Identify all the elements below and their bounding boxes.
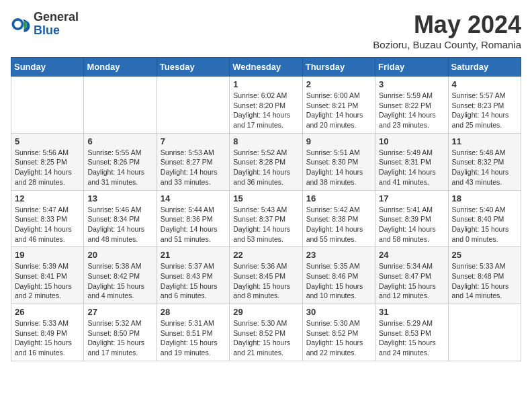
day-info: Sunrise: 5:35 AMSunset: 8:46 PMDaylight:…	[306, 261, 371, 301]
calendar-cell: 18Sunrise: 5:40 AMSunset: 8:40 PMDayligh…	[448, 190, 521, 247]
calendar-week-1: 1Sunrise: 6:02 AMSunset: 8:20 PMDaylight…	[11, 77, 521, 134]
day-info: Sunrise: 5:37 AMSunset: 8:43 PMDaylight:…	[161, 261, 226, 301]
day-number: 11	[452, 136, 517, 146]
day-number: 8	[233, 136, 298, 146]
day-number: 4	[452, 79, 517, 89]
weekday-header-saturday: Saturday	[448, 58, 521, 77]
calendar-cell: 22Sunrise: 5:36 AMSunset: 8:45 PMDayligh…	[230, 247, 302, 304]
day-info: Sunrise: 5:31 AMSunset: 8:51 PMDaylight:…	[161, 318, 226, 358]
title-block: May 2024 Bozioru, Buzau County, Romania	[373, 11, 521, 50]
day-number: 27	[87, 307, 152, 317]
day-number: 29	[233, 307, 298, 317]
day-number: 22	[233, 250, 298, 260]
weekday-row: SundayMondayTuesdayWednesdayThursdayFrid…	[11, 58, 521, 77]
day-number: 24	[379, 250, 444, 260]
day-info: Sunrise: 5:53 AMSunset: 8:27 PMDaylight:…	[161, 148, 226, 187]
weekday-header-thursday: Thursday	[302, 58, 375, 77]
calendar-cell: 21Sunrise: 5:37 AMSunset: 8:43 PMDayligh…	[157, 247, 229, 304]
weekday-header-monday: Monday	[84, 58, 157, 77]
day-info: Sunrise: 5:30 AMSunset: 8:52 PMDaylight:…	[233, 318, 298, 358]
day-info: Sunrise: 5:59 AMSunset: 8:22 PMDaylight:…	[379, 91, 444, 130]
day-number: 3	[379, 79, 444, 89]
day-info: Sunrise: 5:43 AMSunset: 8:37 PMDaylight:…	[233, 205, 298, 244]
day-info: Sunrise: 5:49 AMSunset: 8:31 PMDaylight:…	[379, 148, 444, 187]
day-number: 12	[15, 193, 80, 203]
logo-blue: Blue	[34, 24, 79, 38]
day-info: Sunrise: 5:38 AMSunset: 8:42 PMDaylight:…	[87, 261, 152, 301]
day-number: 5	[15, 136, 80, 146]
logo-icon	[11, 14, 31, 34]
page-header: General Blue May 2024 Bozioru, Buzau Cou…	[11, 11, 521, 50]
day-info: Sunrise: 5:29 AMSunset: 8:53 PMDaylight:…	[379, 318, 444, 358]
day-number: 25	[452, 250, 517, 260]
calendar-header: SundayMondayTuesdayWednesdayThursdayFrid…	[11, 58, 521, 77]
calendar-week-2: 5Sunrise: 5:56 AMSunset: 8:25 PMDaylight…	[11, 133, 521, 190]
calendar-cell: 2Sunrise: 6:00 AMSunset: 8:21 PMDaylight…	[302, 77, 375, 134]
weekday-header-tuesday: Tuesday	[157, 58, 229, 77]
day-info: Sunrise: 5:44 AMSunset: 8:36 PMDaylight:…	[161, 205, 226, 244]
day-info: Sunrise: 5:36 AMSunset: 8:45 PMDaylight:…	[233, 261, 298, 301]
day-number: 19	[15, 250, 80, 260]
day-info: Sunrise: 5:56 AMSunset: 8:25 PMDaylight:…	[15, 148, 80, 187]
day-info: Sunrise: 5:48 AMSunset: 8:32 PMDaylight:…	[452, 148, 517, 187]
weekday-header-sunday: Sunday	[11, 58, 84, 77]
day-number: 15	[233, 193, 298, 203]
calendar-cell	[157, 77, 229, 134]
day-number: 2	[306, 79, 371, 89]
day-info: Sunrise: 5:51 AMSunset: 8:30 PMDaylight:…	[306, 148, 371, 187]
day-number: 21	[161, 250, 226, 260]
weekday-header-wednesday: Wednesday	[230, 58, 302, 77]
day-number: 31	[379, 307, 444, 317]
location: Bozioru, Buzau County, Romania	[373, 39, 521, 50]
day-number: 1	[233, 79, 298, 89]
calendar-cell: 25Sunrise: 5:33 AMSunset: 8:48 PMDayligh…	[448, 247, 521, 304]
calendar-cell: 29Sunrise: 5:30 AMSunset: 8:52 PMDayligh…	[230, 304, 302, 361]
month-title: May 2024	[373, 11, 521, 39]
day-info: Sunrise: 5:55 AMSunset: 8:26 PMDaylight:…	[87, 148, 152, 187]
logo: General Blue	[11, 11, 79, 38]
calendar-cell	[11, 77, 84, 134]
calendar-week-3: 12Sunrise: 5:47 AMSunset: 8:33 PMDayligh…	[11, 190, 521, 247]
calendar-cell: 6Sunrise: 5:55 AMSunset: 8:26 PMDaylight…	[84, 133, 157, 190]
calendar-cell: 16Sunrise: 5:42 AMSunset: 8:38 PMDayligh…	[302, 190, 375, 247]
calendar-cell	[448, 304, 521, 361]
day-info: Sunrise: 5:32 AMSunset: 8:50 PMDaylight:…	[87, 318, 152, 358]
day-number: 23	[306, 250, 371, 260]
calendar-cell: 7Sunrise: 5:53 AMSunset: 8:27 PMDaylight…	[157, 133, 229, 190]
day-info: Sunrise: 5:57 AMSunset: 8:23 PMDaylight:…	[452, 91, 517, 130]
day-info: Sunrise: 5:33 AMSunset: 8:48 PMDaylight:…	[452, 261, 517, 301]
day-number: 13	[87, 193, 152, 203]
day-info: Sunrise: 6:00 AMSunset: 8:21 PMDaylight:…	[306, 91, 371, 130]
calendar-week-5: 26Sunrise: 5:33 AMSunset: 8:49 PMDayligh…	[11, 304, 521, 361]
day-number: 6	[87, 136, 152, 146]
calendar-cell: 5Sunrise: 5:56 AMSunset: 8:25 PMDaylight…	[11, 133, 84, 190]
calendar-table: SundayMondayTuesdayWednesdayThursdayFrid…	[11, 57, 521, 361]
calendar-cell: 20Sunrise: 5:38 AMSunset: 8:42 PMDayligh…	[84, 247, 157, 304]
day-info: Sunrise: 5:33 AMSunset: 8:49 PMDaylight:…	[15, 318, 80, 358]
calendar-cell: 1Sunrise: 6:02 AMSunset: 8:20 PMDaylight…	[230, 77, 302, 134]
calendar-cell: 24Sunrise: 5:34 AMSunset: 8:47 PMDayligh…	[375, 247, 448, 304]
calendar-cell: 17Sunrise: 5:41 AMSunset: 8:39 PMDayligh…	[375, 190, 448, 247]
day-number: 30	[306, 307, 371, 317]
day-number: 14	[161, 193, 226, 203]
day-number: 9	[306, 136, 371, 146]
day-info: Sunrise: 5:52 AMSunset: 8:28 PMDaylight:…	[233, 148, 298, 187]
day-number: 18	[452, 193, 517, 203]
calendar-cell: 15Sunrise: 5:43 AMSunset: 8:37 PMDayligh…	[230, 190, 302, 247]
calendar-cell: 14Sunrise: 5:44 AMSunset: 8:36 PMDayligh…	[157, 190, 229, 247]
calendar-cell: 3Sunrise: 5:59 AMSunset: 8:22 PMDaylight…	[375, 77, 448, 134]
day-number: 7	[161, 136, 226, 146]
calendar-body: 1Sunrise: 6:02 AMSunset: 8:20 PMDaylight…	[11, 77, 521, 361]
calendar-cell: 26Sunrise: 5:33 AMSunset: 8:49 PMDayligh…	[11, 304, 84, 361]
logo-text: General Blue	[34, 11, 79, 38]
calendar-week-4: 19Sunrise: 5:39 AMSunset: 8:41 PMDayligh…	[11, 247, 521, 304]
calendar-cell: 31Sunrise: 5:29 AMSunset: 8:53 PMDayligh…	[375, 304, 448, 361]
calendar-cell: 9Sunrise: 5:51 AMSunset: 8:30 PMDaylight…	[302, 133, 375, 190]
day-info: Sunrise: 6:02 AMSunset: 8:20 PMDaylight:…	[233, 91, 298, 130]
day-number: 26	[15, 307, 80, 317]
svg-point-1	[14, 21, 21, 28]
day-number: 17	[379, 193, 444, 203]
day-number: 28	[161, 307, 226, 317]
day-number: 10	[379, 136, 444, 146]
logo-general: General	[34, 11, 79, 24]
